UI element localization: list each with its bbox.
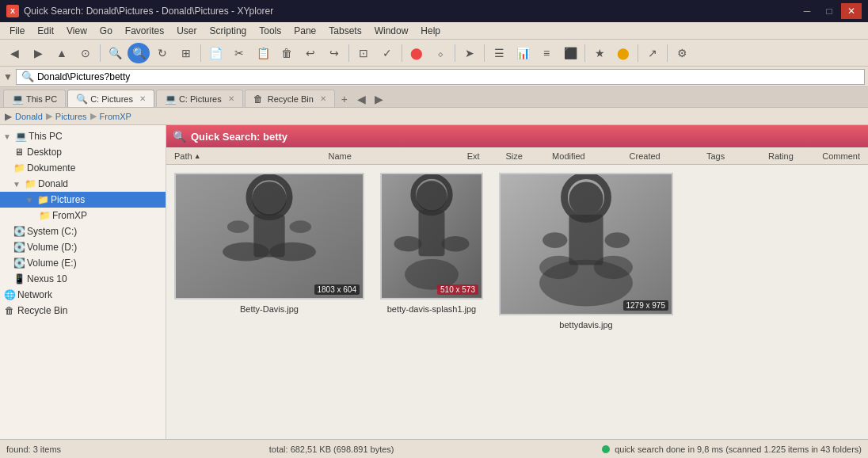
maximize-button[interactable]: □ — [819, 3, 839, 19]
col-name-label: Name — [329, 151, 352, 161]
file-item-2[interactable]: 1279 x 975 bettydavis.jpg — [499, 173, 673, 330]
sidebar-item-volumed[interactable]: 💽 Volume (D:) — [0, 239, 166, 255]
svg-rect-21 — [569, 215, 603, 265]
file-thumb-1[interactable]: 510 x 573 — [380, 173, 483, 300]
list-button[interactable]: ≡ — [535, 43, 558, 63]
sidebar-item-dokumente[interactable]: 📁 Dokumente — [0, 160, 166, 176]
advanced-search-button[interactable]: 🔍 — [128, 43, 150, 63]
file-item-0[interactable]: 1803 x 604 Betty-Davis.jpg — [174, 173, 364, 330]
col-created-header[interactable]: Created — [625, 151, 702, 161]
sidebar-item-desktop[interactable]: 🖥 Desktop — [0, 144, 166, 160]
address-input[interactable] — [37, 71, 859, 82]
menu-tabsets[interactable]: Tabsets — [322, 24, 367, 38]
col-modified-header[interactable]: Modified — [547, 151, 624, 161]
menu-help[interactable]: Help — [414, 24, 447, 38]
tab-nav-forward[interactable]: ▶ — [371, 91, 387, 107]
chart-button[interactable]: 📊 — [512, 43, 534, 63]
sidebar-item-network[interactable]: 🌐 Network — [0, 287, 166, 303]
tab-close-2[interactable]: ✕ — [228, 94, 234, 103]
new-window-button[interactable]: ⊞ — [175, 43, 197, 63]
up-button[interactable]: ▲ — [51, 43, 73, 63]
tab-close-1[interactable]: ✕ — [139, 94, 146, 103]
refresh-button[interactable]: ↻ — [151, 43, 173, 63]
preview-button[interactable]: ↗ — [641, 43, 664, 63]
cut-button[interactable]: ✂ — [228, 43, 250, 63]
toolbar: ◀ ▶ ▲ ⊙ 🔍 🔍 ↻ ⊞ 📄 ✂ 📋 🗑 ↩ ↪ ⊡ ✓ ⬤ ⬦ ➤ ☰ … — [0, 40, 868, 67]
search-icon: 🔍 — [21, 71, 34, 82]
col-name-header[interactable]: Name — [324, 151, 463, 161]
column-headers: Path ▲ Name Ext Size Modified Created Ta… — [166, 147, 868, 165]
menu-user[interactable]: User — [170, 24, 203, 38]
title-controls[interactable]: ─ □ ✕ — [797, 3, 862, 19]
tab-recycle[interactable]: 🗑 Recycle Bin ✕ — [245, 90, 335, 107]
forward-button[interactable]: ▶ — [27, 43, 49, 63]
col-size-label: Size — [506, 151, 523, 161]
new-file-button[interactable]: 📄 — [204, 43, 227, 63]
star-button[interactable]: ★ — [588, 43, 611, 63]
colorfilter-button[interactable]: ⬦ — [429, 43, 451, 63]
sidebar-item-volumee[interactable]: 💽 Volume (E:) — [0, 255, 166, 271]
file-dims-0: 1803 x 604 — [314, 284, 360, 295]
sidebar-item-recycle[interactable]: 🗑 Recycle Bin — [0, 303, 166, 319]
layout-button[interactable]: ☰ — [488, 43, 510, 63]
detail-button[interactable]: ⬛ — [559, 43, 581, 63]
breadcrumb-arrow[interactable]: ▶ — [5, 111, 12, 122]
col-comment-header[interactable]: Comment — [817, 151, 865, 161]
tab-cpictures-active[interactable]: 🔍 C: Pictures ✕ — [67, 90, 154, 107]
menu-scripting[interactable]: Scripting — [204, 24, 253, 38]
redo-button[interactable]: ↪ — [323, 43, 345, 63]
search-button[interactable]: 🔍 — [104, 43, 126, 63]
back-button[interactable]: ◀ — [3, 43, 25, 63]
sidebar-item-donald[interactable]: ▼ 📁 Donald — [0, 176, 166, 192]
file-thumb-2[interactable]: 1279 x 975 — [499, 173, 673, 315]
app-icon: X — [6, 5, 19, 17]
thispc-icon: 💻 — [12, 94, 23, 105]
menu-view[interactable]: View — [60, 24, 93, 38]
move-to-button[interactable]: ✓ — [376, 43, 398, 63]
file-thumb-0[interactable]: 1803 x 604 — [174, 173, 364, 300]
nexus10-icon: 📱 — [13, 273, 25, 285]
minimize-button[interactable]: ─ — [797, 3, 817, 19]
col-size-header[interactable]: Size — [501, 151, 548, 161]
send-button[interactable]: ➤ — [459, 43, 481, 63]
breadcrumb-donald[interactable]: Donald — [15, 112, 43, 121]
home-button[interactable]: ⊙ — [74, 43, 97, 63]
sidebar-item-pictures[interactable]: ▼ 📁 Pictures — [0, 192, 166, 208]
sidebar-item-systemc[interactable]: 💽 System (C:) — [0, 223, 166, 239]
file-image-1 — [382, 173, 482, 300]
tab-nav-back[interactable]: ◀ — [354, 91, 370, 107]
filter-button[interactable]: ⬤ — [405, 43, 428, 63]
breadcrumb-pictures[interactable]: Pictures — [55, 112, 87, 121]
menu-go[interactable]: Go — [93, 24, 119, 38]
file-item-1[interactable]: 510 x 573 betty-davis-splash1.jpg — [380, 173, 483, 330]
sidebar-item-thispc[interactable]: ▼ 💻 This PC — [0, 128, 166, 144]
tab-thispc[interactable]: 💻 This PC — [3, 90, 66, 107]
copy-to-button[interactable]: ⊡ — [352, 43, 375, 63]
breadcrumb-fromxp[interactable]: FromXP — [100, 112, 131, 121]
close-button[interactable]: ✕ — [841, 3, 862, 19]
tab-close-3[interactable]: ✕ — [320, 94, 326, 103]
menu-tools[interactable]: Tools — [253, 24, 287, 38]
sidebar-item-fromxp[interactable]: 📁 FromXP — [0, 208, 166, 223]
menu-window[interactable]: Window — [368, 24, 415, 38]
color-button[interactable]: ⬤ — [612, 43, 634, 63]
address-dropdown[interactable]: ▼ — [3, 71, 13, 82]
delete-button[interactable]: 🗑 — [276, 43, 298, 63]
copy-button[interactable]: 📋 — [252, 43, 274, 63]
undo-button[interactable]: ↩ — [299, 43, 322, 63]
menu-pane[interactable]: Pane — [287, 24, 322, 38]
folder-tab-icon: 💻 — [165, 94, 176, 105]
sidebar-item-nexus10[interactable]: 📱 Nexus 10 — [0, 271, 166, 287]
col-path-header[interactable]: Path ▲ — [169, 151, 324, 161]
toolbar-sep-4 — [402, 44, 402, 62]
tab-add-button[interactable]: + — [337, 91, 352, 107]
tab-cpictures2[interactable]: 💻 C: Pictures ✕ — [156, 90, 243, 107]
menu-favorites[interactable]: Favorites — [119, 24, 170, 38]
settings-button[interactable]: ⚙ — [671, 43, 693, 63]
col-ext-header[interactable]: Ext — [463, 151, 501, 161]
menu-file[interactable]: File — [3, 24, 31, 38]
col-tags-header[interactable]: Tags — [702, 151, 763, 161]
col-rating-header[interactable]: Rating — [763, 151, 817, 161]
menu-edit[interactable]: Edit — [31, 24, 60, 38]
fromxp-label: FromXP — [52, 210, 162, 221]
